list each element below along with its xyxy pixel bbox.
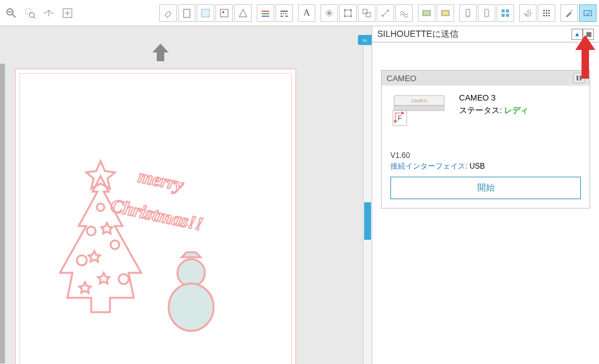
svg-rect-38 — [502, 9, 505, 12]
svg-point-56 — [119, 274, 129, 284]
svg-point-14 — [207, 12, 207, 13]
send-panel: SILHOUETTEに送信 ▲ ▦ CAMEO CAMEO — [372, 26, 599, 364]
svg-rect-3 — [26, 9, 31, 14]
svg-point-58 — [169, 283, 214, 331]
scrollbar-thumb[interactable] — [364, 202, 371, 240]
fit-to-window-button[interactable] — [59, 4, 76, 22]
svg-point-47 — [548, 12, 550, 13]
gridview-button[interactable] — [497, 4, 514, 22]
annotation-arrow-icon — [575, 35, 595, 79]
eraser-button[interactable] — [159, 4, 177, 22]
svg-point-50 — [548, 14, 550, 16]
svg-point-13 — [205, 12, 205, 13]
svg-point-11 — [207, 11, 207, 11]
pan-button[interactable] — [40, 4, 57, 22]
start-button[interactable]: 開始 — [390, 177, 581, 199]
zoom-out-button[interactable] — [2, 4, 20, 22]
svg-point-53 — [87, 227, 96, 235]
svg-point-29 — [344, 15, 346, 17]
vertical-scrollbar[interactable] — [363, 46, 372, 364]
svg-point-30 — [350, 15, 352, 17]
svg-point-17 — [207, 14, 207, 15]
page-button[interactable] — [178, 4, 196, 22]
svg-point-42 — [543, 9, 545, 11]
svg-point-15 — [203, 14, 204, 15]
measure-button[interactable] — [377, 4, 394, 22]
svg-point-43 — [546, 9, 547, 11]
svg-point-27 — [344, 9, 346, 11]
linestyle2-button[interactable] — [275, 4, 293, 22]
svg-rect-33 — [423, 11, 430, 16]
dots-button[interactable] — [538, 4, 555, 22]
svg-rect-41 — [506, 14, 509, 17]
registration-button[interactable] — [215, 4, 233, 22]
svg-rect-40 — [502, 14, 505, 17]
panel-header: SILHOUETTEに送信 ▲ ▦ — [372, 26, 599, 42]
align-button[interactable] — [320, 4, 338, 22]
replicate-button[interactable] — [358, 4, 375, 22]
svg-point-46 — [546, 12, 547, 13]
ruler-vertical — [0, 64, 5, 363]
device-name: CAMEO 3 — [459, 92, 528, 104]
svg-point-55 — [77, 255, 87, 265]
svg-point-49 — [546, 14, 547, 16]
device-version: V1.60 — [390, 151, 581, 160]
grid-small-button[interactable] — [197, 4, 214, 22]
svg-point-57 — [177, 259, 205, 287]
svg-point-44 — [548, 9, 550, 11]
svg-point-16 — [205, 14, 205, 15]
text-button[interactable]: A — [298, 4, 315, 22]
svg-point-54 — [111, 240, 119, 249]
svg-point-9 — [203, 11, 204, 11]
svg-rect-31 — [363, 9, 367, 14]
device-status: ステータス: レディ — [459, 104, 528, 117]
device-card-title: CAMEO — [382, 71, 590, 86]
svg-line-5 — [34, 17, 36, 19]
collapse-panel-button[interactable]: ›› — [358, 35, 372, 45]
svg-point-12 — [203, 12, 204, 13]
device-image: CAMEO F — [390, 92, 448, 131]
transform-button[interactable] — [339, 4, 357, 22]
feed-direction-icon — [150, 42, 171, 64]
svg-point-45 — [543, 12, 545, 13]
svg-rect-32 — [366, 12, 370, 17]
svg-rect-63 — [394, 106, 444, 111]
main-toolbar: A — [0, 0, 599, 26]
svg-point-4 — [29, 12, 34, 17]
shapes-button[interactable] — [234, 4, 252, 22]
svg-point-52 — [97, 204, 104, 211]
layer2-button[interactable] — [437, 4, 454, 22]
device-card: CAMEO CAMEO F — [381, 70, 590, 209]
phone1-button[interactable] — [459, 4, 477, 22]
svg-rect-7 — [184, 9, 190, 17]
svg-point-36 — [467, 15, 468, 16]
svg-text:CAMEO: CAMEO — [411, 99, 427, 103]
send-button[interactable] — [579, 4, 597, 22]
svg-rect-39 — [506, 9, 509, 12]
swirl-button[interactable] — [519, 4, 537, 22]
canvas-area[interactable]: merry Christmas!! ›› — [0, 26, 372, 364]
snowman-shape[interactable] — [157, 251, 225, 338]
svg-point-28 — [350, 9, 352, 11]
panel-title: SILHOUETTEに送信 — [377, 29, 458, 40]
device-connection: 接続インターフェイス: USB — [390, 161, 581, 172]
svg-marker-19 — [239, 9, 247, 17]
phone2-button[interactable] — [478, 4, 495, 22]
linestyle1-button[interactable] — [257, 4, 274, 22]
svg-rect-37 — [485, 9, 488, 17]
svg-line-1 — [12, 14, 16, 17]
svg-point-10 — [205, 11, 205, 11]
design-content: merry Christmas!! — [16, 82, 291, 332]
svg-point-48 — [543, 14, 545, 16]
knife-button[interactable] — [560, 4, 578, 22]
svg-rect-34 — [442, 11, 449, 16]
layer1-button[interactable] — [418, 4, 435, 22]
nesting-button[interactable] — [395, 4, 413, 22]
zoom-area-button[interactable] — [21, 4, 39, 22]
svg-text:F: F — [398, 114, 402, 122]
svg-rect-26 — [345, 10, 351, 16]
